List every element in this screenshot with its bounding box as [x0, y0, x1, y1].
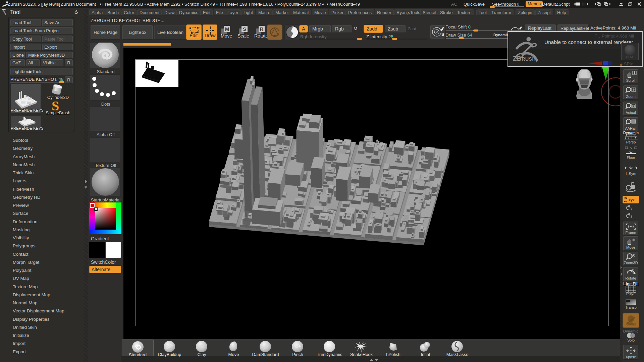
svg-text:R: R	[260, 26, 264, 32]
svg-text:M: M	[225, 26, 229, 32]
svg-text:S: S	[243, 26, 246, 32]
svg-text:z: z	[631, 215, 632, 218]
svg-text:y: y	[631, 206, 632, 210]
svg-text:xyz: xyz	[629, 198, 635, 202]
svg-text:x1: x1	[632, 104, 635, 108]
svg-text:S: S	[441, 32, 444, 37]
